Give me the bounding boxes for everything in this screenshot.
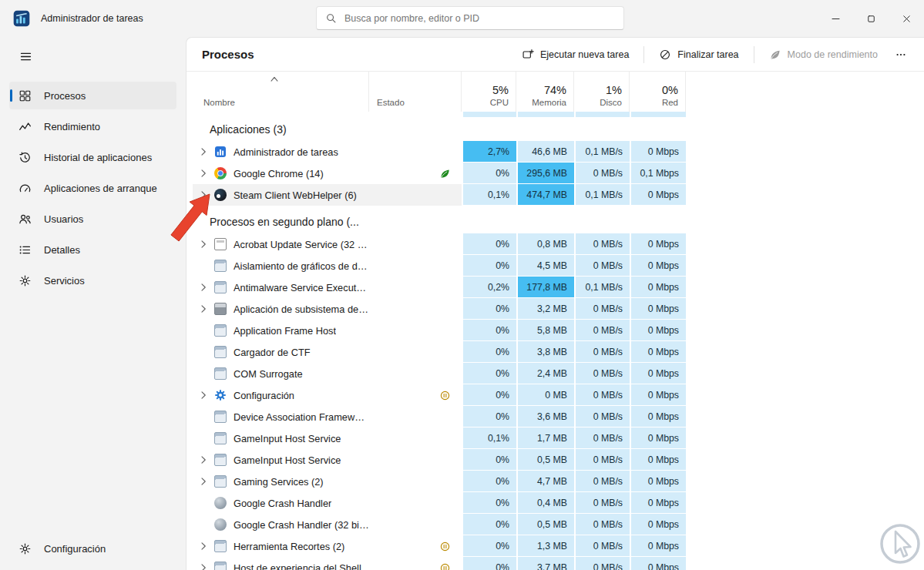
- hamburger-menu-button[interactable]: [10, 43, 41, 69]
- process-row[interactable]: Acrobat Update Service (32 bits)0%0,8 MB…: [193, 233, 924, 255]
- toolbar-separator: [754, 46, 754, 63]
- sidebar-item-servicios[interactable]: Servicios: [9, 267, 176, 294]
- search-box[interactable]: [316, 6, 624, 30]
- table-header: NombreEstado5%CPU74%Memoria1%Disco0%Red: [193, 72, 924, 112]
- sidebar-item-procesos[interactable]: Procesos: [9, 82, 176, 109]
- chevron-right-icon: [197, 281, 210, 293]
- process-row[interactable]: Google Crash Handler (32 bits)0%0,5 MB0 …: [193, 514, 924, 535]
- heatmap-band: [193, 112, 924, 118]
- column-header-mem[interactable]: 74%Memoria: [516, 72, 574, 112]
- process-row[interactable]: GameInput Host Service0,1%1,7 MB0 MB/s0 …: [193, 428, 924, 449]
- chevron-right-icon: [197, 454, 210, 466]
- net-value-cell: 0 Mbps: [630, 384, 686, 406]
- minimize-icon: [830, 13, 842, 25]
- process-row[interactable]: Google Crash Handler0%0,4 MB0 MB/s0 Mbps: [193, 492, 924, 514]
- process-table: NombreEstado5%CPU74%Memoria1%Disco0%Red …: [193, 72, 924, 570]
- sidebar: ProcesosRendimientoHistorial de aplicaci…: [0, 37, 186, 570]
- process-status-cell: [369, 471, 462, 492]
- process-row[interactable]: Administrador de tareas2,7%46,6 MB0,1 MB…: [193, 141, 924, 163]
- annotation-arrow: [167, 190, 213, 244]
- sidebar-item-detalles[interactable]: Detalles: [9, 236, 176, 263]
- efficiency-mode-label: Modo de rendimiento: [788, 49, 878, 60]
- disk-value-cell: 0,1 MB/s: [574, 141, 630, 163]
- sidebar-item-rendimiento[interactable]: Rendimiento: [9, 112, 176, 140]
- process-row[interactable]: Cargador de CTF0%3,8 MB0 MB/s0 Mbps: [193, 341, 924, 363]
- cpu-value-cell: 2,7%: [462, 141, 516, 163]
- cpu-value-cell: 0%: [462, 255, 516, 277]
- search-input[interactable]: [344, 13, 615, 24]
- process-row[interactable]: Herramienta Recortes (2)0%1,3 MB0 MB/s0 …: [193, 535, 924, 557]
- maximize-button[interactable]: [853, 0, 889, 37]
- suspended-pause-icon: [439, 541, 451, 552]
- process-row[interactable]: Google Chrome (14)0%295,6 MB0 MB/s0,1 Mb…: [193, 163, 924, 184]
- process-name: Configuración: [234, 390, 294, 401]
- group-header[interactable]: Aplicaciones (3): [193, 118, 924, 141]
- column-total-net: 0%: [630, 84, 685, 96]
- process-row[interactable]: Aplicación de subsistema de c...0%3,2 MB…: [193, 298, 924, 320]
- minimize-button[interactable]: [818, 0, 853, 37]
- group-label: Procesos en segundo plano (...: [210, 216, 359, 228]
- group-header[interactable]: Procesos en segundo plano (...: [193, 206, 924, 233]
- mem-value-cell: 295,6 MB: [516, 163, 574, 184]
- process-name-cell: GameInput Host Service: [193, 449, 369, 471]
- process-row[interactable]: Antimalware Service Executable0,2%177,8 …: [193, 277, 924, 298]
- gear-icon: [214, 389, 227, 401]
- window-icon: [214, 260, 227, 272]
- net-value-cell: 0 Mbps: [630, 514, 686, 535]
- cpu-value-cell: 0%: [462, 514, 516, 535]
- process-name: Cargador de CTF: [234, 347, 311, 358]
- process-row[interactable]: COM Surrogate0%2,4 MB0 MB/s0 Mbps: [193, 363, 924, 384]
- process-row[interactable]: GameInput Host Service0%0,5 MB0 MB/s0 Mb…: [193, 449, 924, 471]
- printer-icon: [214, 303, 227, 315]
- process-status-cell: [369, 341, 462, 363]
- leaf-icon: [769, 49, 781, 61]
- sidebar-item-usuarios[interactable]: Usuarios: [9, 205, 176, 233]
- column-header-disk[interactable]: 1%Disco: [574, 72, 630, 112]
- net-value-cell: 0 Mbps: [630, 184, 686, 206]
- cpu-value-cell: 0%: [462, 557, 516, 570]
- process-status-cell: [369, 298, 462, 320]
- process-name: Google Chrome (14): [234, 168, 324, 179]
- process-row[interactable]: Host de experiencia del Shell0%3,7 MB0 M…: [193, 557, 924, 570]
- column-header-net[interactable]: 0%Red: [630, 72, 686, 112]
- efficiency-leaf-icon: [439, 168, 451, 179]
- process-name: Device Association Framewor...: [234, 411, 369, 423]
- column-header-status[interactable]: Estado: [369, 72, 462, 112]
- cpu-value-cell: 0%: [462, 384, 516, 406]
- history-icon: [18, 151, 32, 164]
- suspended-pause-icon: [439, 562, 451, 570]
- mem-value-cell: 46,6 MB: [516, 141, 574, 163]
- more-options-button[interactable]: [887, 44, 915, 65]
- process-name-cell: Host de experiencia del Shell: [193, 557, 369, 570]
- disk-value-cell: 0 MB/s: [574, 163, 630, 184]
- process-row[interactable]: Application Frame Host0%5,8 MB0 MB/s0 Mb…: [193, 320, 924, 341]
- process-row[interactable]: Aislamiento de gráficos de dis...0%4,5 M…: [193, 255, 924, 277]
- mem-value-cell: 2,4 MB: [516, 363, 574, 384]
- process-row[interactable]: Device Association Framewor...0%3,6 MB0 …: [193, 406, 924, 428]
- net-value-cell: 0 Mbps: [630, 233, 686, 255]
- chevron-right-icon: [197, 540, 210, 552]
- column-label-cpu: CPU: [462, 98, 516, 107]
- process-name-cell: COM Surrogate: [193, 363, 369, 384]
- sidebar-item-configuracion[interactable]: Configuración: [9, 535, 176, 562]
- group-label: Aplicaciones (3): [210, 123, 287, 136]
- run-new-task-button[interactable]: Ejecutar nueva tarea: [514, 44, 637, 65]
- sidebar-item-arranque[interactable]: Aplicaciones de arranque: [9, 174, 176, 202]
- disk-value-cell: 0 MB/s: [574, 535, 630, 557]
- sidebar-nav: ProcesosRendimientoHistorial de aplicaci…: [0, 82, 186, 294]
- close-button[interactable]: [889, 0, 924, 37]
- mem-value-cell: 0,5 MB: [516, 514, 574, 535]
- sidebar-item-historial[interactable]: Historial de aplicaciones: [9, 143, 176, 171]
- column-header-name[interactable]: Nombre: [193, 72, 369, 112]
- process-row[interactable]: Configuración0%0 MB0 MB/s0 Mbps: [193, 384, 924, 406]
- efficiency-mode-button[interactable]: Modo de rendimiento: [761, 44, 885, 65]
- cpu-value-cell: 0%: [462, 320, 516, 341]
- process-row[interactable]: Gaming Services (2)0%4,7 MB0 MB/s0 Mbps: [193, 471, 924, 492]
- process-name-cell: Google Crash Handler: [193, 492, 369, 514]
- column-header-cpu[interactable]: 5%CPU: [462, 72, 516, 112]
- column-total-cpu: 5%: [462, 84, 516, 96]
- disk-value-cell: 0,1 MB/s: [574, 277, 630, 298]
- process-row[interactable]: Steam Client WebHelper (6)0,1%474,7 MB0,…: [193, 184, 924, 206]
- end-task-button[interactable]: Finalizar tarea: [651, 44, 746, 65]
- performance-icon: [18, 120, 32, 133]
